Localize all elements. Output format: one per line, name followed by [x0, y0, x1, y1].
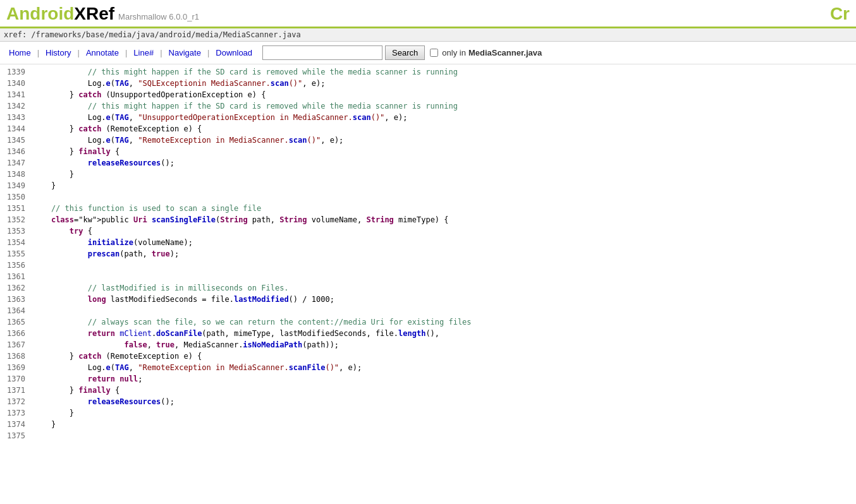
line-number: 1368	[0, 351, 33, 363]
line-number: 1370	[0, 374, 33, 385]
line-content: long lastModifiedSeconds = file.lastModi…	[33, 294, 334, 306]
table-row: 1339 // this might happen if the SD card…	[0, 67, 856, 78]
line-content: Log.e(TAG, "UnsupportedOperationExceptio…	[33, 112, 407, 124]
table-row: 1372 releaseResources();	[0, 397, 856, 408]
line-content: Log.e(TAG, "RemoteException in MediaScan…	[33, 363, 362, 374]
table-row: 1363 long lastModifiedSeconds = file.las…	[0, 294, 856, 306]
table-row: 1366 return mClient.doScanFile(path, mim…	[0, 328, 856, 340]
line-number: 1341	[0, 90, 33, 101]
line-number: 1369	[0, 363, 33, 374]
line-number: 1349	[0, 181, 33, 192]
line-content: Log.e(TAG, "RemoteException in MediaScan…	[33, 135, 343, 147]
nav-history[interactable]: History	[42, 47, 75, 59]
line-content: prescan(path, true);	[33, 249, 179, 260]
table-row: 1362 // lastModified is in milliseconds …	[0, 283, 856, 294]
nav-annotate[interactable]: Annotate	[82, 47, 123, 59]
line-content: releaseResources();	[33, 158, 174, 169]
table-row: 1340 Log.e(TAG, "SQLExceptionin MediaSca…	[0, 78, 856, 90]
table-row: 1343 Log.e(TAG, "UnsupportedOperationExc…	[0, 112, 856, 124]
line-number: 1343	[0, 112, 33, 124]
nav-lineno[interactable]: Line#	[130, 47, 157, 59]
nav-navigate[interactable]: Navigate	[165, 47, 205, 59]
table-row: 1342 // this might happen if the SD card…	[0, 101, 856, 112]
line-content: // always scan the file, so we can retur…	[33, 317, 472, 328]
header: AndroidXRefMarshmallow 6.0.0_r1 Cr	[0, 0, 856, 28]
line-content: // this might happen if the SD card is r…	[33, 101, 458, 112]
line-content: }	[33, 419, 56, 431]
table-row: 1374 }	[0, 419, 856, 431]
line-number: 1355	[0, 249, 33, 260]
line-content: return mClient.doScanFile(path, mimeType…	[33, 328, 439, 340]
only-in-text: only in	[442, 48, 466, 57]
table-row: 1344 } catch (RemoteException e) {	[0, 124, 856, 135]
line-number: 1350	[0, 192, 33, 203]
table-row: 1351 // this function is used to scan a …	[0, 203, 856, 215]
line-content: } catch (UnsupportedOperationException e…	[33, 90, 266, 101]
line-content: // this function is used to scan a singl…	[33, 203, 261, 215]
only-in-checkbox[interactable]	[430, 49, 438, 57]
line-content: try {	[33, 226, 92, 237]
line-number: 1354	[0, 237, 33, 249]
line-number: 1351	[0, 203, 33, 215]
table-row: 1356	[0, 260, 856, 272]
code-area: 1339 // this might happen if the SD card…	[0, 64, 856, 445]
table-row: 1370 return null;	[0, 374, 856, 385]
table-row: 1368 } catch (RemoteException e) {	[0, 351, 856, 363]
table-row: 1355 prescan(path, true);	[0, 249, 856, 260]
line-content: // lastModified is in milliseconds on Fi…	[33, 283, 289, 294]
table-row: 1341 } catch (UnsupportedOperationExcept…	[0, 90, 856, 101]
table-row: 1348 }	[0, 169, 856, 181]
nav-download[interactable]: Download	[212, 47, 256, 59]
line-number: 1353	[0, 226, 33, 237]
table-row: 1365 // always scan the file, so we can …	[0, 317, 856, 328]
table-row: 1375	[0, 431, 856, 442]
table-row: 1347 releaseResources();	[0, 158, 856, 169]
line-content: Log.e(TAG, "SQLExceptionin MediaScanner.…	[33, 78, 325, 90]
line-content: initialize(volumeName);	[33, 237, 193, 249]
logo-android: Android	[6, 4, 74, 23]
table-row: 1373 }	[0, 408, 856, 419]
top-right-label: Cr	[824, 0, 856, 28]
line-number: 1365	[0, 317, 33, 328]
search-button[interactable]: Search	[385, 45, 425, 60]
line-content: } finally {	[33, 147, 119, 158]
search-input[interactable]	[262, 45, 382, 60]
line-number: 1339	[0, 67, 33, 78]
line-number: 1352	[0, 215, 33, 226]
nav-bar: Home | History | Annotate | Line# | Navi…	[0, 42, 856, 64]
line-content: class="kw">public Uri scanSingleFile(Str…	[33, 215, 449, 226]
table-row: 1352 class="kw">public Uri scanSingleFil…	[0, 215, 856, 226]
line-content: false, true, MediaScanner.isNoMediaPath(…	[33, 340, 339, 351]
line-content: }	[33, 181, 56, 192]
line-number: 1372	[0, 397, 33, 408]
line-content: }	[33, 169, 74, 181]
table-row: 1345 Log.e(TAG, "RemoteException in Medi…	[0, 135, 856, 147]
nav-home[interactable]: Home	[5, 47, 35, 59]
line-number: 1375	[0, 431, 33, 442]
line-content: } catch (RemoteException e) {	[33, 124, 202, 135]
line-number: 1346	[0, 147, 33, 158]
logo: AndroidXRefMarshmallow 6.0.0_r1	[6, 4, 199, 23]
line-number: 1363	[0, 294, 33, 306]
table-row: 1350	[0, 192, 856, 203]
table-row: 1364	[0, 306, 856, 317]
line-content: } catch (RemoteException e) {	[33, 351, 202, 363]
line-number: 1348	[0, 169, 33, 181]
table-row: 1346 } finally {	[0, 147, 856, 158]
line-content: return null;	[33, 374, 142, 385]
sep4: |	[159, 48, 163, 57]
line-number: 1356	[0, 260, 33, 272]
line-number: 1362	[0, 283, 33, 294]
table-row: 1367 false, true, MediaScanner.isNoMedia…	[0, 340, 856, 351]
line-number: 1364	[0, 306, 33, 317]
table-row: 1354 initialize(volumeName);	[0, 237, 856, 249]
breadcrumb: xref: /frameworks/base/media/java/androi…	[0, 28, 856, 42]
line-number: 1344	[0, 124, 33, 135]
line-number: 1361	[0, 272, 33, 283]
table-row: 1349 }	[0, 181, 856, 192]
sep1: |	[36, 48, 40, 57]
line-content: // this might happen if the SD card is r…	[33, 67, 458, 78]
line-number: 1374	[0, 419, 33, 431]
line-content: } finally {	[33, 385, 119, 397]
table-row: 1361	[0, 272, 856, 283]
